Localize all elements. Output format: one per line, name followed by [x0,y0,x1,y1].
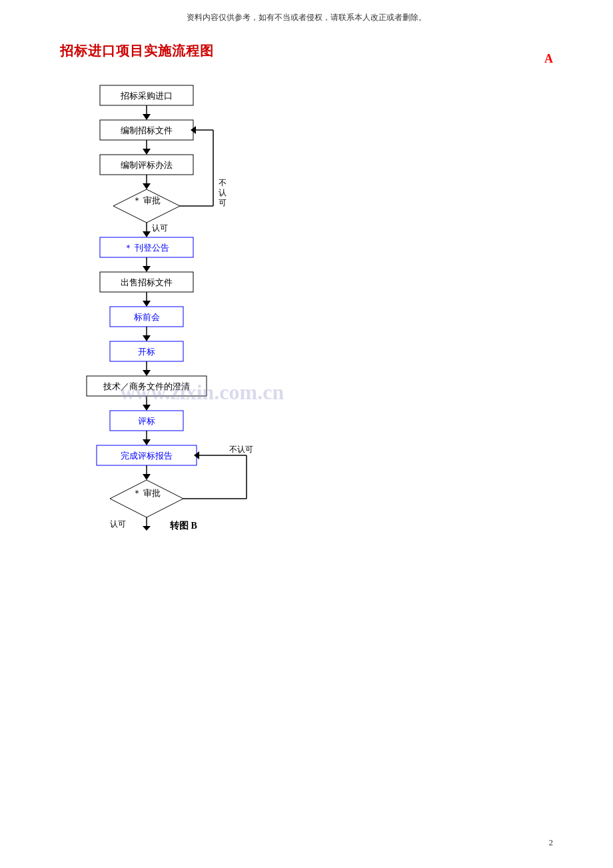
svg-text:＊ 刊登公告: ＊ 刊登公告 [124,243,169,253]
svg-marker-27 [143,266,151,272]
svg-text:认可: 认可 [152,223,168,233]
svg-marker-11 [143,183,151,189]
svg-text:招标采购进口: 招标采购进口 [120,91,173,101]
svg-text:可: 可 [219,198,227,207]
svg-text:出售招标文件: 出售招标文件 [121,277,173,287]
svg-text:编制评标办法: 编制评标办法 [121,160,173,170]
svg-marker-39 [143,370,151,376]
svg-marker-12 [113,189,180,223]
svg-text:开标: 开标 [138,347,155,357]
svg-marker-15 [143,231,151,237]
svg-marker-31 [143,301,151,307]
svg-text:＊ 审批: ＊ 审批 [133,195,161,205]
svg-text:＊ 审批: ＊ 审批 [133,488,161,498]
svg-marker-58 [143,526,151,531]
page-number: 2 [549,837,554,848]
svg-text:完成评标报告: 完成评标报告 [121,451,173,461]
flowchart: 招标采购进口 编制招标文件 编制评标办法 ＊ 审批 认可 不 认 可 ＊ 刊登公… [60,79,340,532]
svg-text:编制招标文件: 编制招标文件 [121,125,173,135]
svg-text:评标: 评标 [138,416,155,426]
svg-text:认可: 认可 [110,519,126,529]
svg-text:转图 B: 转图 B [169,520,197,531]
corner-label: A [544,52,553,66]
header-note: 资料内容仅供参考，如有不当或者侵权，请联系本人改正或者删除。 [0,0,613,30]
svg-marker-35 [143,335,151,341]
svg-marker-7 [143,149,151,155]
svg-marker-55 [110,480,183,517]
svg-marker-54 [143,474,151,480]
svg-text:不认可: 不认可 [229,445,253,454]
svg-text:认: 认 [219,188,227,197]
svg-text:标前会: 标前会 [133,312,160,322]
svg-marker-3 [143,114,151,120]
page-title: 招标进口项目实施流程图 [60,42,613,60]
svg-marker-47 [143,439,151,445]
svg-marker-43 [143,405,151,411]
svg-text:不: 不 [219,178,227,187]
svg-text:技术／商务文件的澄清: 技术／商务文件的澄清 [103,381,190,391]
